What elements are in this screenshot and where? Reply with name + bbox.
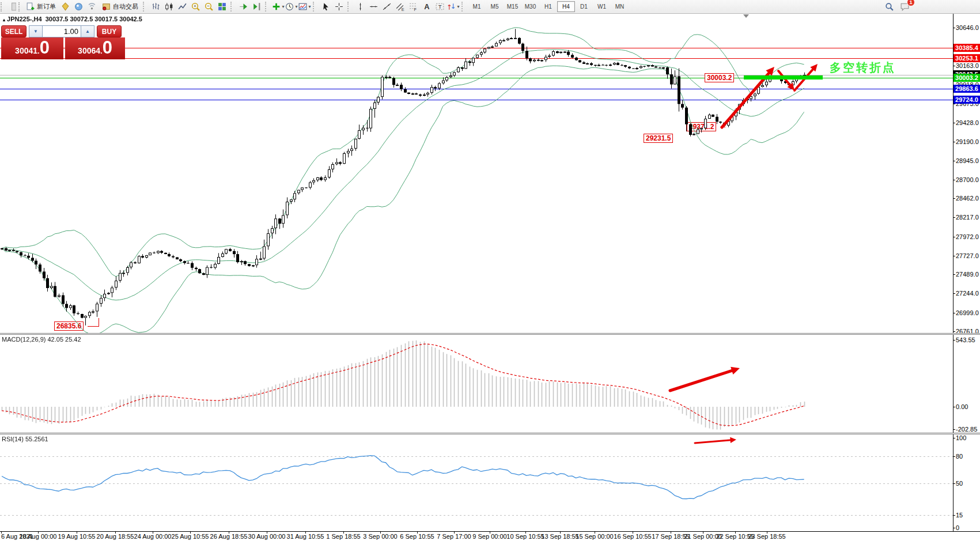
price-badge-29724.0: 29724.0 (953, 96, 980, 104)
chevron-down-icon[interactable]: ▾ (457, 4, 459, 9)
tline-icon (382, 2, 392, 12)
labelT-icon: T (435, 2, 445, 12)
time-tick-label: 15 Sep 00:00 (576, 533, 613, 540)
time-tick-label: 26 Aug 18:55 (210, 533, 248, 540)
chart-shift-button[interactable] (250, 1, 263, 13)
price-tick-label: 28217.0 (956, 214, 979, 221)
clipped-chart-icon[interactable] (5, 1, 18, 13)
zoomin-icon (191, 2, 200, 12)
horizontal-line-button[interactable] (367, 1, 380, 13)
rsi-tick-mark (953, 456, 955, 457)
template-icon (298, 2, 308, 12)
chevron-down-icon[interactable]: ▾ (282, 4, 284, 9)
line-chart-type-button[interactable] (176, 1, 189, 13)
rsi-pane-divider[interactable] (0, 433, 980, 434)
signals-icon[interactable] (85, 1, 99, 13)
autotrading-button[interactable]: 自动交易 (99, 1, 141, 13)
price-tick-label: 26999.0 (956, 309, 979, 316)
collapse-marker-icon[interactable]: ▴ (3, 17, 5, 22)
crosshair-button[interactable] (332, 1, 346, 13)
buy-price[interactable]: 30064.0 (65, 37, 125, 59)
macd-label: MACD(12,26,9) 42.05 25.42 (2, 336, 81, 343)
price-tick-mark (953, 142, 955, 142)
rsi-scale-label: 15 (956, 512, 963, 519)
addind-icon (271, 2, 281, 12)
timeframe-m5[interactable]: M5 (486, 1, 504, 12)
timeframe-h1[interactable]: H1 (539, 1, 557, 12)
price-chart-canvas[interactable] (0, 13, 953, 333)
price-tick-mark (953, 256, 955, 256)
toolbar-separator (461, 2, 466, 12)
tile-windows-button[interactable] (215, 1, 229, 13)
volume-input[interactable] (43, 25, 81, 37)
zoom-out-button[interactable] (202, 1, 215, 13)
macd-scale-label: 543.55 (956, 336, 975, 343)
zoomout-icon (204, 2, 214, 12)
new-order-button[interactable]: 新订单 (22, 1, 59, 13)
time-tick-label: 31 Aug 10:55 (287, 533, 324, 540)
community-icon[interactable] (72, 1, 85, 13)
time-tick-label: 23 Sep 18:55 (748, 533, 785, 540)
community-icon (74, 2, 84, 12)
chevron-down-icon[interactable]: ▾ (308, 4, 311, 9)
price-tick-label: 30646.0 (956, 24, 979, 31)
timeframe-m15[interactable]: M15 (504, 1, 521, 12)
newdoc-icon (25, 2, 35, 12)
buy-button[interactable]: BUY (97, 25, 122, 37)
price-tick-mark (953, 237, 955, 237)
toolbar-grip[interactable] (18, 2, 22, 12)
notifications-button[interactable]: 1 (898, 1, 911, 12)
macd-pane-divider[interactable] (0, 333, 980, 335)
toolbar-separator (313, 2, 317, 12)
price-tick-mark (953, 331, 955, 332)
timeframe-mn[interactable]: MN (611, 1, 629, 12)
time-tick-label: 24 Aug 00:00 (134, 533, 172, 540)
timeframe-m1[interactable]: M1 (468, 1, 486, 12)
trendline-button[interactable] (380, 1, 393, 13)
metaeditor-icon[interactable] (59, 1, 72, 13)
search-button[interactable] (883, 1, 896, 12)
templates-button[interactable]: ▾ (298, 1, 311, 13)
sell-button[interactable]: SELL (1, 25, 27, 37)
turning-point-note[interactable]: 多空转折点 (830, 60, 896, 75)
candles-icon (164, 2, 174, 12)
volume-increase-button[interactable]: ▲ (81, 25, 94, 37)
indicators-button[interactable]: ▾ (271, 1, 285, 13)
text-label-button[interactable]: T (433, 1, 447, 13)
volume-decrease-button[interactable]: ▼ (29, 25, 43, 37)
time-axis-line[interactable] (0, 531, 980, 532)
tiles-icon (217, 2, 227, 12)
support-zone-line[interactable] (744, 75, 823, 80)
rsi-pane-canvas[interactable] (0, 434, 953, 531)
chevron-down-icon[interactable]: ▾ (295, 4, 297, 9)
macd-scale-label: 0.00 (956, 403, 968, 410)
arrows-button[interactable]: ▾ (447, 1, 460, 13)
toolbar-separator (265, 2, 270, 12)
toolbar-button-label: 自动交易 (113, 2, 138, 11)
time-tick-label: 18 Aug 00:00 (20, 533, 57, 540)
candlestick-chart-type-button[interactable] (162, 1, 176, 13)
time-tick-label: 30 Aug 00:00 (248, 533, 286, 540)
vertical-line-button[interactable] (354, 1, 367, 13)
fibonacci-button[interactable]: F (407, 1, 420, 13)
timeframe-d1[interactable]: D1 (575, 1, 593, 12)
sell-price[interactable]: 30041.0 (1, 37, 63, 59)
price-tick-label: 29190.0 (956, 138, 979, 145)
cursor-button[interactable] (319, 1, 332, 13)
vline-icon (355, 2, 365, 12)
bar-chart-type-button[interactable] (149, 1, 162, 13)
timeframe-m30[interactable]: M30 (521, 1, 539, 12)
price-badge-30385.4: 30385.4 (953, 44, 980, 52)
zoom-in-button[interactable] (189, 1, 202, 13)
timeframe-w1[interactable]: W1 (593, 1, 611, 12)
clock-icon (285, 2, 294, 12)
auto-scroll-button[interactable] (237, 1, 250, 13)
macd-pane-canvas[interactable] (0, 335, 953, 433)
equidistant-channel-button[interactable]: E (393, 1, 407, 13)
toolbar-grip[interactable] (1, 2, 4, 12)
rsi-scale-label: 0 (956, 524, 959, 531)
price-tick-label: 29428.0 (956, 119, 979, 126)
text-button[interactable]: A (420, 1, 433, 13)
timeframe-h4[interactable]: H4 (557, 1, 575, 12)
periods-button[interactable]: ▾ (285, 1, 298, 13)
